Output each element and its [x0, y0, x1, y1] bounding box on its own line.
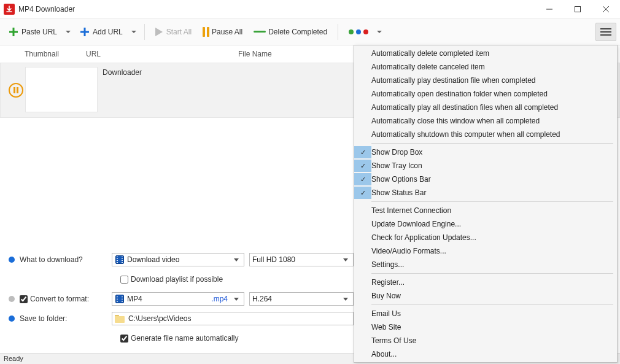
autoname-label: Generate file name automatically: [131, 334, 238, 343]
save-to-label: Save to folder:: [20, 314, 112, 323]
row-thumbnail: [25, 67, 98, 112]
save-path: C:\Users\pc\Videos: [128, 314, 192, 323]
convert-checkbox[interactable]: Convert to format:: [20, 295, 89, 303]
format-value: MP4: [127, 295, 211, 303]
menu-item-label: Automatically play all destination files…: [371, 103, 558, 112]
menu-item-label: Automatically play destination file when…: [371, 76, 535, 85]
menu-item[interactable]: Automatically shutdown this computer whe…: [354, 128, 617, 141]
menu-item-label: Automatically close this window when all…: [371, 117, 540, 125]
autoname-checkbox[interactable]: Generate file name automatically: [120, 334, 238, 343]
quality-value: Full HD 1080: [252, 255, 341, 264]
menu-item-label: Register...: [371, 278, 405, 287]
autoname-checkbox-input[interactable]: [120, 335, 128, 343]
menu-item-label: Automatically delete canceled item: [371, 63, 485, 71]
separator: [338, 24, 338, 40]
menu-item-label: Settings...: [371, 260, 404, 269]
menu-item-label: Email Us: [371, 309, 401, 318]
hamburger-menu-button[interactable]: [595, 23, 616, 41]
menu-item-label: About...: [371, 350, 397, 358]
menu-separator: [371, 273, 613, 274]
check-icon: ✓: [360, 149, 366, 157]
titlebar: MP4 Downloader: [0, 0, 620, 18]
menu-separator: [371, 201, 613, 202]
menu-item-label: Show Tray Icon: [371, 161, 422, 170]
menu-item-label: Automatically shutdown this computer whe…: [371, 130, 560, 139]
menu-item[interactable]: Automatically delete completed item: [354, 47, 617, 60]
menu-item-label: Show Options Bar: [371, 175, 431, 184]
start-all-label: Start All: [166, 28, 192, 36]
menu-separator: [371, 304, 613, 305]
menu-item-label: Test Internet Connection: [371, 206, 451, 215]
add-url-label: Add URL: [93, 28, 123, 36]
video-icon: [115, 255, 124, 264]
what-to-download-label: What to download?: [20, 255, 112, 264]
menu-item-label: Web Site: [371, 323, 401, 331]
menu-item-label: Automatically open destination folder wh…: [371, 90, 548, 98]
menu-item-label: Check for Application Updates...: [371, 233, 476, 242]
menu-item[interactable]: Test Internet Connection: [354, 204, 617, 217]
menu-item[interactable]: Update Download Engine...: [354, 217, 617, 231]
close-button[interactable]: [592, 0, 620, 18]
minimize-button[interactable]: [535, 0, 564, 18]
paste-url-label: Paste URL: [21, 28, 57, 36]
menu-item[interactable]: Automatically close this window when all…: [354, 114, 617, 128]
add-url-button[interactable]: Add URL: [75, 23, 127, 41]
app-icon: [4, 4, 15, 15]
bullet-icon: [9, 257, 15, 263]
menu-item[interactable]: Register...: [354, 276, 617, 289]
save-folder-field[interactable]: C:\Users\pc\Videos: [112, 312, 354, 325]
menu-item-label: Buy Now: [371, 292, 401, 300]
menu-item-label: Update Download Engine...: [371, 220, 461, 228]
menu-item[interactable]: Web Site: [354, 320, 617, 334]
what-to-download-select[interactable]: Download video: [112, 253, 244, 266]
delete-completed-button[interactable]: Delete Completed: [249, 23, 331, 41]
menu-item[interactable]: Buy Now: [354, 289, 617, 303]
menu-separator: [371, 143, 613, 144]
format-ext: .mp4: [211, 295, 228, 303]
playlist-checkbox[interactable]: Download playlist if possible: [120, 275, 223, 284]
format-select[interactable]: MP4 .mp4: [112, 292, 244, 306]
bullet-icon: [9, 296, 15, 302]
hamburger-menu: Automatically delete completed itemAutom…: [354, 45, 618, 363]
convert-label: Convert to format:: [30, 295, 89, 303]
playlist-label: Download playlist if possible: [131, 275, 223, 284]
paste-url-dropdown[interactable]: [64, 31, 72, 33]
menu-item[interactable]: Automatically delete canceled item: [354, 60, 617, 74]
header-thumbnail[interactable]: Thumbnail: [6, 50, 86, 58]
header-url[interactable]: URL: [86, 50, 238, 58]
menu-item-label: Terms Of Use: [371, 336, 416, 345]
dots-dropdown[interactable]: [375, 31, 384, 33]
maximize-button[interactable]: [564, 0, 592, 18]
convert-checkbox-input[interactable]: [20, 295, 28, 303]
menu-item-label: Automatically delete completed item: [371, 49, 489, 58]
menu-item[interactable]: Check for Application Updates...: [354, 231, 617, 244]
add-url-dropdown[interactable]: [130, 31, 138, 33]
dots-button[interactable]: [344, 23, 373, 41]
traffic-dots-icon: [349, 29, 368, 34]
start-all-button[interactable]: Start All: [151, 23, 196, 41]
check-icon: ✓: [360, 189, 366, 197]
folder-icon: [115, 314, 125, 323]
paste-url-button[interactable]: Paste URL: [4, 23, 61, 41]
codec-value: H.264: [252, 295, 341, 303]
menu-item[interactable]: ✓Show Options Bar: [354, 172, 617, 186]
menu-item[interactable]: ✓Show Drop Box: [354, 145, 617, 159]
menu-item[interactable]: Settings...: [354, 258, 617, 271]
menu-item[interactable]: Automatically play all destination files…: [354, 101, 617, 114]
menu-item[interactable]: Video/Audio Formats...: [354, 244, 617, 258]
playlist-checkbox-input[interactable]: [120, 276, 128, 284]
menu-item[interactable]: ✓Show Tray Icon: [354, 159, 617, 172]
toolbar: Paste URL Add URL Start All Pause All De…: [0, 18, 620, 45]
row-state: [7, 67, 25, 114]
status-text: Ready: [4, 355, 23, 362]
menu-item[interactable]: Automatically open destination folder wh…: [354, 87, 617, 101]
pause-all-button[interactable]: Pause All: [198, 23, 247, 41]
menu-item[interactable]: About...: [354, 347, 617, 361]
menu-item[interactable]: Email Us: [354, 307, 617, 320]
menu-item[interactable]: Terms Of Use: [354, 334, 617, 347]
pause-icon: [203, 27, 209, 37]
menu-item[interactable]: ✓Show Status Bar: [354, 186, 617, 199]
quality-select[interactable]: Full HD 1080: [249, 253, 354, 266]
menu-item[interactable]: Automatically play destination file when…: [354, 74, 617, 87]
codec-select[interactable]: H.264: [249, 292, 354, 306]
